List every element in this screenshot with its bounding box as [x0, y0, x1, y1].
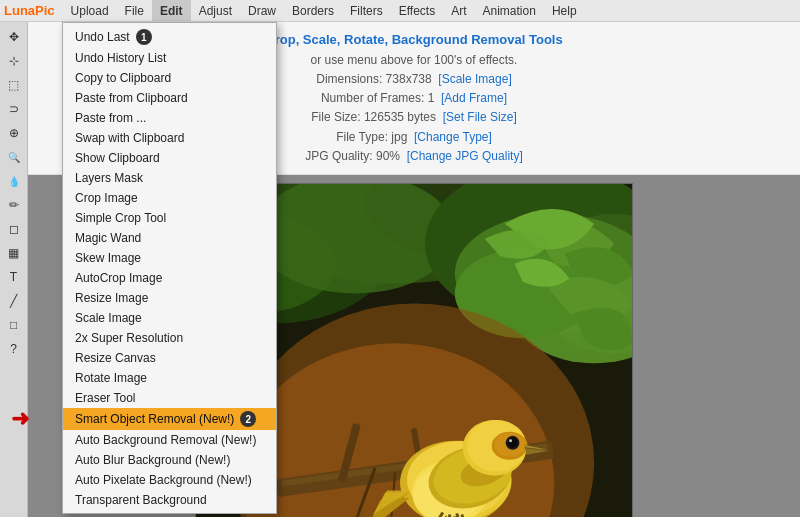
dropdown-item-transparent-bg[interactable]: Transparent Background [63, 490, 276, 510]
info-dimensions: Dimensions: 738x738 [316, 72, 431, 86]
add-frame-link[interactable]: [Add Frame] [441, 91, 507, 105]
menu-draw[interactable]: Draw [240, 0, 284, 21]
menu-file[interactable]: File [117, 0, 152, 21]
set-file-size-link[interactable]: [Set File Size] [443, 110, 517, 124]
menu-borders[interactable]: Borders [284, 0, 342, 21]
dropdown-item-auto-blur-bg[interactable]: Auto Blur Background (New!) [63, 450, 276, 470]
info-frames: Number of Frames: 1 [321, 91, 434, 105]
dropdown-item-paste-from[interactable]: Paste from ... [63, 108, 276, 128]
change-type-link[interactable]: [Change Type] [414, 130, 492, 144]
info-title: Crop, Scale, Rotate, Background Removal … [265, 32, 562, 47]
red-arrow-icon: ➜ [11, 406, 29, 432]
dropdown-item-auto-pixelate-bg[interactable]: Auto Pixelate Background (New!) [63, 470, 276, 490]
dropdown-item-auto-bg-removal[interactable]: Auto Background Removal (New!) [63, 430, 276, 450]
menu-adjust[interactable]: Adjust [191, 0, 240, 21]
menu-animation[interactable]: Animation [475, 0, 544, 21]
tool-move[interactable]: ✥ [3, 26, 25, 48]
dropdown-item-undo-history[interactable]: Undo History List [63, 48, 276, 68]
dropdown-item-paste-clipboard[interactable]: Paste from Clipboard [63, 88, 276, 108]
tool-wand[interactable]: ⊕ [3, 122, 25, 144]
info-filesize: File Size: 126535 bytes [311, 110, 436, 124]
dropdown-item-show-clipboard[interactable]: Show Clipboard [63, 148, 276, 168]
badge-1: 1 [136, 29, 152, 45]
tool-eraser[interactable]: ◻ [3, 218, 25, 240]
dropdown-item-simple-crop[interactable]: Simple Crop Tool [63, 208, 276, 228]
edit-dropdown: Undo Last 1 Undo History List Copy to Cl… [62, 22, 277, 514]
tool-pencil[interactable]: ✏ [3, 194, 25, 216]
tool-eyedropper[interactable]: 💧 [3, 170, 25, 192]
svg-point-41 [509, 439, 512, 442]
tool-crop[interactable]: ⊹ [3, 50, 25, 72]
dropdown-item-rotate-image[interactable]: Rotate Image [63, 368, 276, 388]
dropdown-item-layers-mask[interactable]: Layers Mask [63, 168, 276, 188]
dropdown-item-resize-canvas[interactable]: Resize Canvas [63, 348, 276, 368]
tool-fill[interactable]: ▦ [3, 242, 25, 264]
info-quality: JPG Quality: 90% [305, 149, 400, 163]
dropdown-item-magic-wand[interactable]: Magic Wand [63, 228, 276, 248]
menu-art[interactable]: Art [443, 0, 474, 21]
dropdown-item-copy-clipboard[interactable]: Copy to Clipboard [63, 68, 276, 88]
tool-text[interactable]: T [3, 266, 25, 288]
menu-edit[interactable]: Edit [152, 0, 191, 21]
dropdown-item-undo-last[interactable]: Undo Last 1 [63, 26, 276, 48]
menu-upload[interactable]: Upload [63, 0, 117, 21]
menu-effects[interactable]: Effects [391, 0, 443, 21]
tool-zoom[interactable]: 🔍 [3, 146, 25, 168]
dropdown-item-swap-clipboard[interactable]: Swap with Clipboard [63, 128, 276, 148]
scale-image-link[interactable]: [Scale Image] [438, 72, 511, 86]
tool-select[interactable]: ⬚ [3, 74, 25, 96]
change-quality-link[interactable]: [Change JPG Quality] [407, 149, 523, 163]
badge-2: 2 [240, 411, 256, 427]
dropdown-item-super-resolution[interactable]: 2x Super Resolution [63, 328, 276, 348]
dropdown-item-skew-image[interactable]: Skew Image [63, 248, 276, 268]
info-filetype: File Type: jpg [336, 130, 407, 144]
tool-help[interactable]: ? [3, 338, 25, 360]
svg-point-40 [508, 438, 518, 448]
menu-filters[interactable]: Filters [342, 0, 391, 21]
dropdown-overlay: Undo Last 1 Undo History List Copy to Cl… [62, 22, 277, 514]
app-logo: LunaPic [4, 3, 55, 18]
dropdown-item-smart-removal[interactable]: ➜ Smart Object Removal (New!) 2 [63, 408, 276, 430]
tool-shape[interactable]: □ [3, 314, 25, 336]
toolbar: ✥ ⊹ ⬚ ⊃ ⊕ 🔍 💧 ✏ ◻ ▦ T ╱ □ ? [0, 22, 28, 517]
tool-lasso[interactable]: ⊃ [3, 98, 25, 120]
dropdown-item-resize-image[interactable]: Resize Image [63, 288, 276, 308]
menu-bar: LunaPic Upload File Edit Adjust Draw Bor… [0, 0, 800, 22]
dropdown-item-scale-image[interactable]: Scale Image [63, 308, 276, 328]
dropdown-item-eraser-tool[interactable]: Eraser Tool [63, 388, 276, 408]
menu-help[interactable]: Help [544, 0, 585, 21]
dropdown-item-autocrop[interactable]: AutoCrop Image [63, 268, 276, 288]
dropdown-item-crop-image[interactable]: Crop Image [63, 188, 276, 208]
tool-line[interactable]: ╱ [3, 290, 25, 312]
